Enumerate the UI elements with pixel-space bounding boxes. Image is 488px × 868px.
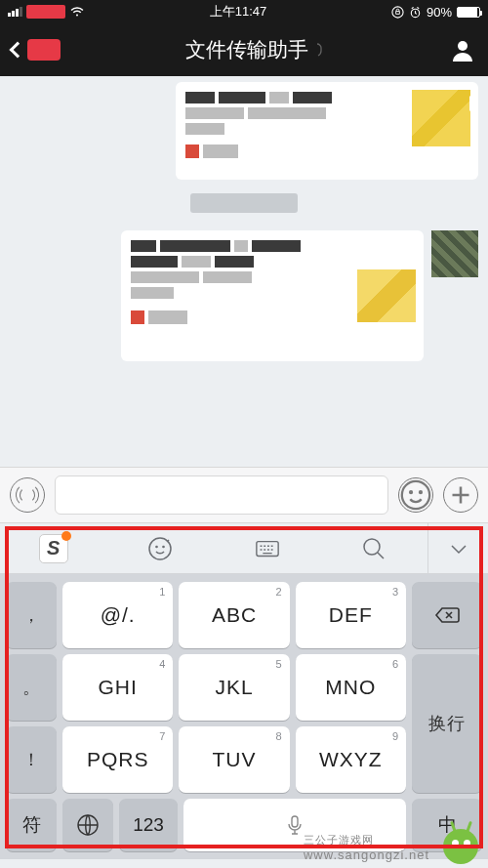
orientation-lock-icon bbox=[391, 6, 404, 19]
keyboard-zone: S ， 。 ！ 1@/.2ABC3DEF4GHI5JKL6MNO7PQRS8TU… bbox=[0, 523, 488, 859]
person-icon bbox=[449, 36, 476, 63]
emoji-toolbar-button[interactable] bbox=[107, 523, 215, 573]
earpiece-icon bbox=[314, 43, 324, 57]
avatar[interactable] bbox=[431, 230, 478, 277]
voice-input-button[interactable] bbox=[10, 477, 45, 513]
key-num: 9 bbox=[392, 730, 398, 742]
battery-icon bbox=[457, 7, 480, 18]
key-6[interactable]: 6MNO bbox=[296, 654, 406, 721]
ime-logo-button[interactable]: S bbox=[0, 523, 107, 573]
message-input[interactable] bbox=[55, 475, 388, 515]
svg-point-2 bbox=[458, 41, 468, 51]
key-8[interactable]: 8TUV bbox=[179, 726, 289, 793]
search-toolbar-button[interactable] bbox=[321, 523, 428, 573]
enter-key[interactable]: 换行 bbox=[412, 654, 482, 793]
key-num: 4 bbox=[159, 658, 165, 670]
key-3[interactable]: 3DEF bbox=[296, 582, 406, 648]
add-button[interactable] bbox=[443, 477, 478, 513]
status-bar: 上午11:47 90% bbox=[0, 0, 488, 23]
key-num: 3 bbox=[392, 586, 398, 598]
input-bar bbox=[0, 467, 488, 523]
key-9[interactable]: 9WXYZ bbox=[296, 726, 406, 793]
message-row bbox=[10, 82, 478, 180]
svg-point-8 bbox=[163, 546, 164, 547]
svg-point-4 bbox=[410, 491, 412, 493]
backspace-key[interactable] bbox=[412, 582, 482, 648]
svg-point-5 bbox=[420, 491, 422, 493]
key-num: 5 bbox=[276, 658, 282, 670]
key-1[interactable]: 1@/. bbox=[62, 582, 173, 648]
search-icon bbox=[361, 536, 386, 561]
globe-icon bbox=[76, 813, 100, 837]
watermark-logo bbox=[433, 825, 484, 868]
key-label: JKL bbox=[215, 676, 253, 699]
alarm-icon bbox=[409, 6, 422, 19]
unread-badge-redacted bbox=[27, 39, 61, 61]
title-text: 文件传输助手 bbox=[185, 36, 308, 63]
watermark-text: 三公子游戏网 www.sangongzi.net bbox=[304, 833, 429, 862]
key-label: ABC bbox=[212, 603, 257, 627]
key-label: DEF bbox=[329, 603, 373, 627]
page-title: 文件传输助手 bbox=[185, 36, 324, 63]
key-label: ！ bbox=[22, 748, 41, 771]
message-row bbox=[10, 230, 478, 361]
signal-icon bbox=[8, 7, 22, 17]
smile-icon bbox=[147, 536, 173, 561]
message-bubble[interactable] bbox=[176, 82, 478, 180]
numeric-key[interactable]: 123 bbox=[119, 799, 178, 851]
key-2[interactable]: 2ABC bbox=[179, 582, 289, 648]
battery-percent: 90% bbox=[427, 5, 452, 20]
smile-icon bbox=[399, 478, 432, 512]
key-label: 。 bbox=[22, 676, 41, 699]
sogou-logo-icon: S bbox=[39, 534, 68, 563]
svg-point-10 bbox=[364, 539, 380, 555]
keyboard-function-column: 换行 bbox=[412, 582, 482, 793]
key-label: WXYZ bbox=[319, 748, 383, 771]
status-time: 上午11:47 bbox=[210, 3, 267, 21]
carrier-redacted bbox=[26, 5, 65, 19]
plus-icon bbox=[444, 478, 477, 512]
svg-point-7 bbox=[156, 546, 157, 547]
period-key[interactable]: 。 bbox=[6, 654, 57, 721]
key-5[interactable]: 5JKL bbox=[179, 654, 289, 721]
symbol-key[interactable]: 符 bbox=[6, 799, 57, 851]
wifi-icon bbox=[69, 6, 85, 18]
keyboard-punctuation-column: ， 。 ！ bbox=[6, 582, 57, 793]
status-right: 90% bbox=[391, 5, 480, 20]
key-num: 8 bbox=[276, 730, 282, 742]
svg-point-0 bbox=[392, 6, 403, 17]
keyboard-layout-button[interactable] bbox=[214, 523, 321, 573]
key-num: 1 bbox=[159, 586, 165, 598]
svg-rect-12 bbox=[292, 816, 298, 827]
chevron-left-icon bbox=[10, 42, 26, 59]
keyboard-icon bbox=[255, 536, 280, 561]
key-num: 2 bbox=[276, 586, 282, 598]
key-label: ， bbox=[22, 603, 41, 627]
key-label: 123 bbox=[133, 814, 164, 836]
contact-button[interactable] bbox=[449, 36, 476, 63]
globe-key[interactable] bbox=[62, 799, 113, 851]
keyboard-toolbar: S bbox=[0, 523, 488, 574]
emoji-button[interactable] bbox=[398, 477, 433, 513]
exclaim-key[interactable]: ！ bbox=[6, 726, 57, 793]
key-num: 7 bbox=[159, 730, 165, 742]
comma-key[interactable]: ， bbox=[6, 582, 57, 648]
key-label: MNO bbox=[325, 676, 376, 699]
key-label: @/. bbox=[101, 603, 136, 627]
navigation-bar: 文件传输助手 bbox=[0, 23, 488, 76]
message-bubble[interactable] bbox=[121, 230, 424, 361]
timestamp bbox=[10, 193, 478, 217]
chevron-down-icon bbox=[446, 536, 471, 561]
chat-area[interactable] bbox=[0, 76, 488, 467]
key-7[interactable]: 7PQRS bbox=[62, 726, 173, 793]
svg-point-3 bbox=[402, 481, 429, 509]
back-button[interactable] bbox=[12, 39, 61, 61]
keyboard-body: ， 。 ！ 1@/.2ABC3DEF4GHI5JKL6MNO7PQRS8TUV9… bbox=[0, 574, 488, 799]
collapse-keyboard-button[interactable] bbox=[427, 523, 488, 573]
key-label: PQRS bbox=[87, 748, 149, 771]
key-label: 换行 bbox=[428, 712, 466, 735]
key-4[interactable]: 4GHI bbox=[62, 654, 173, 721]
message-thumbnail bbox=[357, 269, 416, 322]
message-thumbnail bbox=[412, 90, 470, 146]
keyboard-grid: 1@/.2ABC3DEF4GHI5JKL6MNO7PQRS8TUV9WXYZ bbox=[62, 582, 406, 793]
